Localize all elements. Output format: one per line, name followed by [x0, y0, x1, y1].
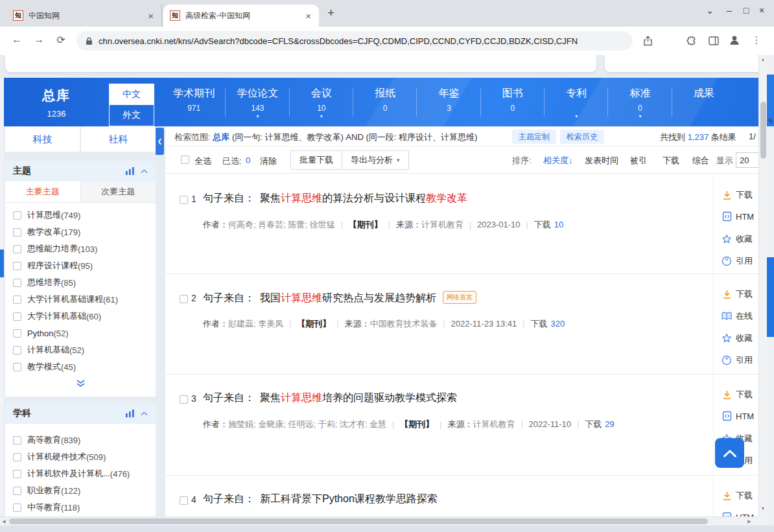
- checkbox[interactable]: [13, 329, 21, 338]
- batch-download-button[interactable]: 批量下载: [290, 150, 342, 170]
- action-favorite[interactable]: 收藏: [721, 332, 753, 344]
- result-title-link[interactable]: 句子来自：新工科背景下Python课程教学思路探索: [203, 492, 438, 506]
- nav-total-db[interactable]: 总库 1236: [4, 78, 109, 126]
- action-html-read[interactable]: HTM: [721, 211, 754, 222]
- expand-more-chevron-icon[interactable]: [5, 378, 156, 390]
- result-checkbox[interactable]: [180, 395, 188, 404]
- nav-db-thesis[interactable]: 学位论文 143 ▾: [226, 78, 289, 126]
- filter-item[interactable]: 大学计算机基础课程(61): [5, 291, 156, 308]
- checkbox[interactable]: [13, 245, 21, 253]
- reload-icon[interactable]: ⟳: [53, 34, 69, 46]
- checkbox[interactable]: [13, 312, 21, 321]
- bar-chart-icon[interactable]: [126, 167, 134, 175]
- filter-item[interactable]: 计算思维(749): [5, 207, 156, 224]
- share-icon[interactable]: [640, 36, 655, 49]
- lang-tab-foreign[interactable]: 外文: [110, 105, 154, 126]
- checkbox[interactable]: [13, 279, 21, 287]
- checkbox[interactable]: [13, 295, 21, 304]
- result-title-link[interactable]: 句子来自：我国计算思维研究热点与发展趋势解析网络首发: [203, 291, 476, 305]
- nav-db-yearbook[interactable]: 年鉴 3: [417, 78, 480, 126]
- action-online-read[interactable]: 在线: [721, 310, 753, 322]
- filter-item[interactable]: 程序设计课程(95): [5, 257, 156, 274]
- nav-db-conference[interactable]: 会议 10 ▾: [290, 78, 353, 126]
- tab-main-topic[interactable]: 主要主题: [5, 181, 80, 202]
- checkbox[interactable]: [13, 228, 21, 237]
- filter-item[interactable]: 计算机软件及计算机... (476): [5, 465, 156, 482]
- sort-comprehensive[interactable]: 综合: [692, 155, 709, 167]
- sidebar-tab-tech[interactable]: 科技: [5, 127, 80, 152]
- sort-cited[interactable]: 被引: [630, 155, 647, 167]
- action-html-read[interactable]: HTM: [721, 411, 754, 421]
- result-title-link[interactable]: 句子来自：聚焦计算思维培养的问题驱动教学模式探索: [203, 391, 457, 405]
- result-source[interactable]: 计算机教育: [473, 419, 515, 429]
- menu-kebab-icon[interactable]: ⋮: [749, 34, 764, 46]
- sort-pubdate[interactable]: 发表时间: [585, 155, 618, 167]
- back-to-top-button[interactable]: [715, 438, 744, 468]
- action-download[interactable]: 下载: [721, 189, 753, 201]
- back-icon[interactable]: ←: [9, 34, 25, 45]
- nav-db-patent[interactable]: 专利 ▾: [545, 78, 608, 126]
- sidebar-tab-social[interactable]: 社科: [80, 127, 156, 152]
- result-title-link[interactable]: 句子来自：聚焦计算思维的算法分析与设计课程教学改革: [203, 192, 467, 205]
- chevron-up-icon[interactable]: [141, 169, 148, 174]
- action-download[interactable]: 下载: [721, 389, 753, 400]
- filter-item[interactable]: 计算机基础(52): [5, 341, 156, 358]
- action-cite[interactable]: ”引用: [721, 354, 753, 366]
- result-checkbox[interactable]: [180, 295, 188, 303]
- sort-relevance[interactable]: 相关度↓: [543, 155, 573, 167]
- nav-db-book[interactable]: 图书 0: [481, 78, 545, 126]
- bar-chart-icon[interactable]: [126, 410, 134, 417]
- sidebar-collapse-handle[interactable]: ❮: [156, 128, 164, 155]
- checkbox[interactable]: [13, 211, 21, 220]
- scroll-right-arrow[interactable]: ▶: [745, 519, 753, 524]
- filter-item[interactable]: 高等教育(839): [5, 432, 156, 448]
- horizontal-scrollbar[interactable]: ◀ ▶: [0, 516, 758, 526]
- scroll-down-arrow[interactable]: ▼: [759, 506, 767, 511]
- forward-icon[interactable]: →: [31, 34, 47, 45]
- lang-tab-chinese[interactable]: 中文: [110, 84, 154, 105]
- scope-value[interactable]: 总库: [213, 132, 229, 142]
- horizontal-scroll-thumb[interactable]: [9, 518, 708, 524]
- result-source[interactable]: 中国教育技术装备: [369, 319, 437, 329]
- filter-item[interactable]: 职业教育(122): [5, 482, 156, 499]
- browser-tab-1[interactable]: 知 中国知网 ×: [6, 5, 162, 27]
- select-all-label[interactable]: 全选: [194, 156, 211, 167]
- vertical-scrollbar[interactable]: ▲ ▼: [758, 55, 767, 516]
- select-all-checkbox[interactable]: [181, 156, 189, 164]
- chevron-up-icon[interactable]: [141, 411, 148, 416]
- window-close-button[interactable]: ×: [753, 5, 770, 16]
- vertical-scroll-thumb[interactable]: [760, 102, 766, 159]
- nav-db-standard[interactable]: 标准 0 ▾: [608, 78, 672, 126]
- tab-close-icon[interactable]: ×: [304, 10, 312, 21]
- side-panel-icon[interactable]: [707, 36, 721, 48]
- filter-item[interactable]: 教学改革(179): [5, 224, 156, 240]
- checkbox[interactable]: [13, 487, 21, 495]
- nav-db-newspaper[interactable]: 报纸 0: [353, 78, 417, 126]
- checkbox[interactable]: [13, 453, 21, 461]
- nav-db-achievement[interactable]: 成果: [672, 78, 736, 126]
- checkbox[interactable]: [13, 262, 21, 270]
- window-maximize-button[interactable]: □: [738, 5, 755, 16]
- search-history-button[interactable]: 检索历史: [560, 130, 604, 144]
- filter-item[interactable]: 思维能力培养(103): [5, 240, 156, 257]
- filter-item[interactable]: 计算机硬件技术(509): [5, 448, 156, 465]
- window-chevron-icon[interactable]: ⌄: [701, 5, 718, 16]
- action-download[interactable]: 下载: [721, 490, 753, 502]
- checkbox[interactable]: [13, 363, 21, 371]
- browser-tab-2-active[interactable]: 知 高级检索-中国知网 ×: [163, 5, 319, 27]
- action-download[interactable]: 下载: [721, 288, 753, 300]
- sort-downloads[interactable]: 下载: [663, 155, 679, 167]
- action-html-read[interactable]: HTM: [721, 512, 754, 516]
- extensions-puzzle-icon[interactable]: [685, 36, 699, 49]
- filter-item[interactable]: 大学计算机基础(60): [5, 308, 156, 325]
- export-analyze-button[interactable]: 导出与分析 ▾: [342, 150, 409, 170]
- checkbox[interactable]: [13, 346, 21, 354]
- action-favorite[interactable]: 收藏: [721, 233, 753, 245]
- new-tab-button[interactable]: +: [327, 6, 334, 20]
- checkbox[interactable]: [13, 470, 21, 478]
- topic-custom-button[interactable]: 主题定制: [512, 130, 556, 144]
- result-source[interactable]: 计算机教育: [421, 220, 463, 229]
- checkbox[interactable]: [13, 436, 21, 445]
- result-authors[interactable]: 施莹娟; 金晓康; 任明远; 于莉; 沈才有; 金慧: [228, 419, 386, 429]
- scroll-up-arrow[interactable]: ▲: [759, 57, 767, 62]
